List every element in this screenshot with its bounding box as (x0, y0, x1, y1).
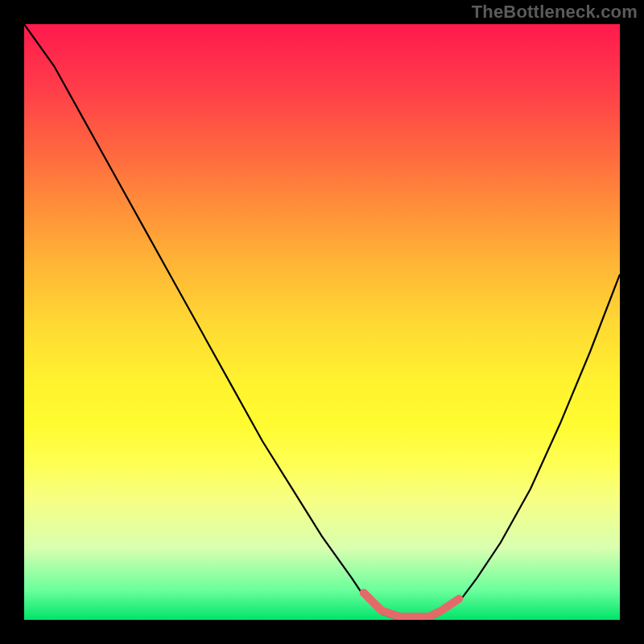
bottleneck-curve-path (24, 24, 620, 620)
watermark-text: TheBottleneck.com (472, 2, 638, 23)
bottleneck-flat-highlight (364, 592, 459, 617)
chart-frame (24, 24, 620, 620)
bottleneck-chart (24, 24, 620, 620)
